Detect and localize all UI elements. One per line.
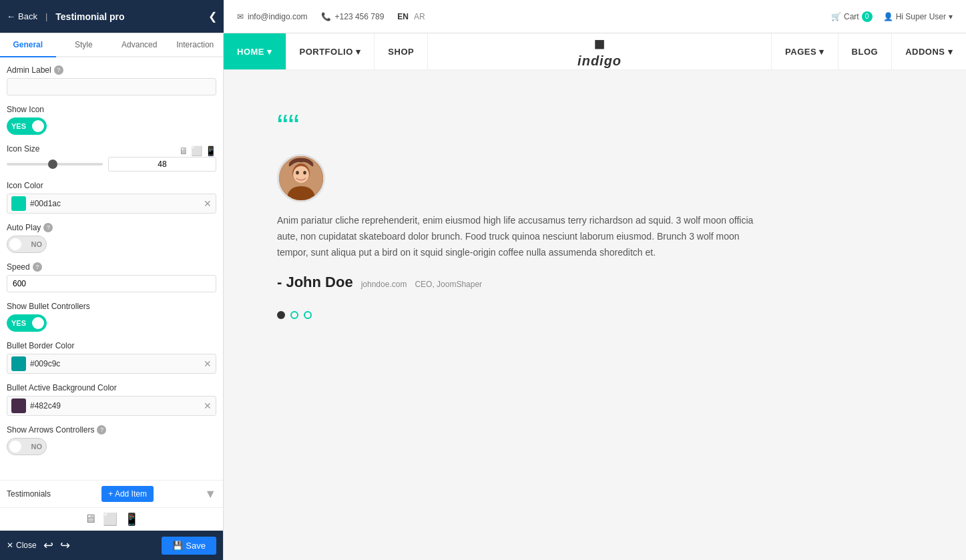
bullet-toggle-yes-label: YES bbox=[7, 319, 30, 327]
icon-color-label: Icon Color bbox=[7, 181, 216, 190]
bullet-row bbox=[277, 311, 771, 319]
tab-general[interactable]: General bbox=[0, 33, 56, 57]
icon-size-slider[interactable] bbox=[7, 163, 103, 166]
show-icon-group: Show Icon YES bbox=[7, 105, 216, 135]
show-icon-label: Show Icon bbox=[7, 105, 216, 114]
pnav-pages-label: PAGES bbox=[785, 47, 816, 57]
sidebar: General Style Advanced Interaction Admin… bbox=[0, 33, 224, 560]
collapse-panel-icon[interactable]: ❮ bbox=[208, 10, 217, 23]
mobile-icon[interactable]: 📱 bbox=[205, 146, 216, 156]
undo-button[interactable]: ↩ bbox=[43, 538, 53, 553]
add-item-button[interactable]: + Add Item bbox=[101, 486, 154, 502]
bullet-2[interactable] bbox=[290, 311, 298, 319]
show-icon-toggle[interactable]: YES bbox=[7, 117, 47, 135]
action-bar: ✕ Close ↩ ↪ 💾 Save bbox=[0, 531, 223, 560]
sidebar-device-row: 🖥 ⬜ 📱 bbox=[0, 507, 223, 531]
lang-en[interactable]: EN bbox=[397, 12, 409, 21]
save-button[interactable]: 💾 Save bbox=[162, 537, 216, 555]
tab-style[interactable]: Style bbox=[56, 33, 112, 57]
pnav-addons[interactable]: ADDONS ▾ bbox=[891, 33, 966, 69]
show-bullet-toggle[interactable]: YES bbox=[7, 314, 47, 332]
bullet-active-bg-clear-icon[interactable]: ✕ bbox=[204, 400, 212, 411]
bullet-active-bg-swatch[interactable] bbox=[11, 398, 26, 413]
redo-button[interactable]: ↪ bbox=[60, 538, 70, 553]
sidebar-tablet-icon[interactable]: ⬜ bbox=[103, 512, 117, 527]
quote-icon: ““ bbox=[277, 110, 771, 144]
cart-button[interactable]: 🛒 Cart 0 bbox=[831, 11, 873, 22]
preview-nav: HOME ▾ PORTFOLIO ▾ SHOP ■ indigo bbox=[224, 33, 966, 70]
toggle-yes-label: YES bbox=[7, 122, 30, 130]
bullet-border-group: Bullet Border Color #009c9c ✕ bbox=[7, 341, 216, 374]
back-button[interactable]: ← Back bbox=[7, 11, 37, 21]
tab-interaction[interactable]: Interaction bbox=[168, 33, 224, 57]
sidebar-desktop-icon[interactable]: 🖥 bbox=[84, 512, 96, 527]
cart-icon: 🛒 bbox=[831, 12, 841, 21]
back-label: Back bbox=[18, 11, 37, 21]
bullet-border-swatch[interactable] bbox=[11, 356, 26, 371]
speed-label: Speed ? bbox=[7, 262, 216, 272]
show-arrows-help-icon[interactable]: ? bbox=[97, 425, 106, 435]
desktop-icon[interactable]: 🖥 bbox=[179, 146, 188, 156]
lang-ar[interactable]: AR bbox=[414, 12, 425, 21]
bullet-border-label: Bullet Border Color bbox=[7, 341, 216, 350]
icon-size-row: Icon Size 🖥 ⬜ 📱 bbox=[7, 144, 216, 157]
pnav-addons-label: ADDONS bbox=[905, 47, 945, 57]
tablet-icon[interactable]: ⬜ bbox=[191, 146, 202, 156]
icon-color-swatch[interactable] bbox=[11, 196, 26, 211]
preview-area: HOME ▾ PORTFOLIO ▾ SHOP ■ indigo bbox=[224, 33, 966, 560]
pnav-portfolio-arrow-icon: ▾ bbox=[356, 47, 361, 57]
tab-advanced[interactable]: Advanced bbox=[111, 33, 168, 57]
admin-label-group: Admin Label ? bbox=[7, 65, 216, 95]
admin-label-label: Admin Label ? bbox=[7, 65, 216, 75]
show-arrows-label: Show Arrows Controllers ? bbox=[7, 425, 216, 435]
testimonial-author: - John Doe johndoe.com CEO, JoomShaper bbox=[277, 274, 771, 291]
bullet-active-bg-color-row[interactable]: #482c49 ✕ bbox=[7, 396, 216, 416]
testimonial-text: Anim pariatur cliche reprehenderit, enim… bbox=[277, 213, 771, 260]
language-switcher[interactable]: EN AR bbox=[397, 12, 425, 21]
speed-group: Speed ? 600 bbox=[7, 262, 216, 292]
show-bullet-label: Show Bullet Controllers bbox=[7, 302, 216, 311]
svg-point-3 bbox=[293, 166, 309, 184]
pnav-home[interactable]: HOME ▾ bbox=[224, 33, 286, 69]
preview-content: ““ Anim pariatur cliche reprehenderi bbox=[224, 70, 824, 359]
show-bullet-group: Show Bullet Controllers YES bbox=[7, 302, 216, 332]
icon-color-row[interactable]: #00d1ac ✕ bbox=[7, 194, 216, 214]
bullet-1[interactable] bbox=[277, 311, 285, 319]
preview-nav-right: PAGES ▾ BLOG ADDONS ▾ bbox=[771, 33, 966, 69]
user-button[interactable]: 👤 Hi Super User ▾ bbox=[883, 12, 953, 21]
pnav-blog[interactable]: BLOG bbox=[838, 33, 892, 69]
auto-play-help-icon[interactable]: ? bbox=[43, 223, 53, 232]
author-site: johndoe.com bbox=[361, 280, 407, 289]
scroll-down-icon[interactable]: ▼ bbox=[204, 487, 216, 501]
main-area: General Style Advanced Interaction Admin… bbox=[0, 33, 966, 560]
pnav-shop[interactable]: SHOP bbox=[375, 33, 428, 69]
auto-play-label: Auto Play ? bbox=[7, 223, 216, 232]
speed-help-icon[interactable]: ? bbox=[33, 262, 42, 272]
pnav-addons-arrow-icon: ▾ bbox=[948, 47, 953, 57]
preview-nav-items: HOME ▾ PORTFOLIO ▾ SHOP bbox=[224, 33, 428, 69]
bullet-border-value: #009c9c bbox=[30, 359, 200, 368]
bullet-3[interactable] bbox=[304, 311, 312, 319]
device-icons: 🖥 ⬜ 📱 bbox=[179, 146, 216, 156]
admin-label-input[interactable] bbox=[7, 78, 216, 95]
auto-play-toggle[interactable]: NO bbox=[7, 236, 47, 253]
icon-color-clear-icon[interactable]: ✕ bbox=[204, 198, 212, 209]
icon-color-value: #00d1ac bbox=[30, 199, 200, 208]
sidebar-mobile-icon[interactable]: 📱 bbox=[124, 512, 139, 527]
arrows-toggle-thumb-no bbox=[9, 441, 21, 453]
logo-text: indigo bbox=[577, 53, 622, 69]
close-label: Close bbox=[16, 541, 37, 550]
pnav-portfolio[interactable]: PORTFOLIO ▾ bbox=[286, 33, 375, 69]
icon-size-value-input[interactable]: 48 bbox=[108, 157, 216, 172]
sidebar-scroll: Admin Label ? Show Icon YES Icon Size bbox=[0, 57, 223, 480]
show-arrows-toggle[interactable]: NO bbox=[7, 438, 47, 455]
pnav-portfolio-label: PORTFOLIO bbox=[300, 47, 353, 57]
speed-input[interactable]: 600 bbox=[7, 275, 216, 292]
save-icon: 💾 bbox=[172, 541, 183, 551]
bullet-border-color-row[interactable]: #009c9c ✕ bbox=[7, 354, 216, 374]
admin-label-help-icon[interactable]: ? bbox=[54, 65, 63, 75]
pnav-pages[interactable]: PAGES ▾ bbox=[771, 33, 838, 69]
bullet-border-clear-icon[interactable]: ✕ bbox=[204, 358, 212, 369]
logo-icon: ■ bbox=[577, 35, 622, 53]
close-button[interactable]: ✕ Close bbox=[7, 541, 37, 550]
